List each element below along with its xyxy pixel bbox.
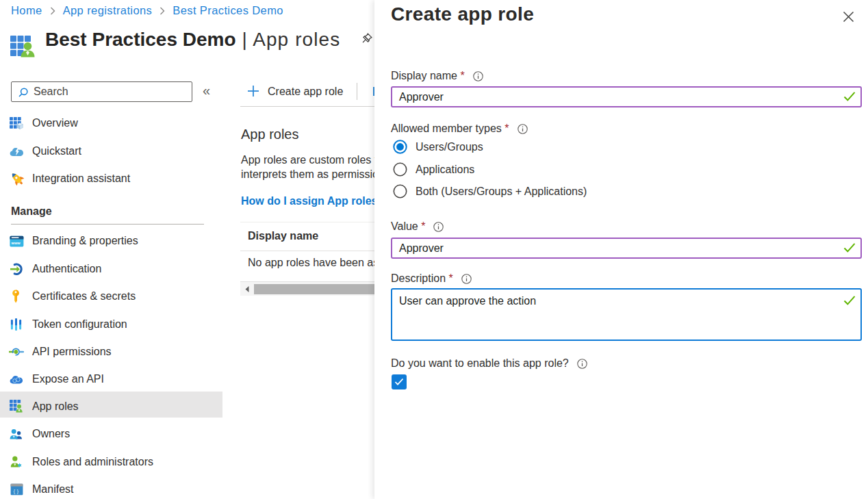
svg-text:www: www — [11, 240, 21, 244]
svg-text:{ }: { } — [14, 487, 19, 494]
